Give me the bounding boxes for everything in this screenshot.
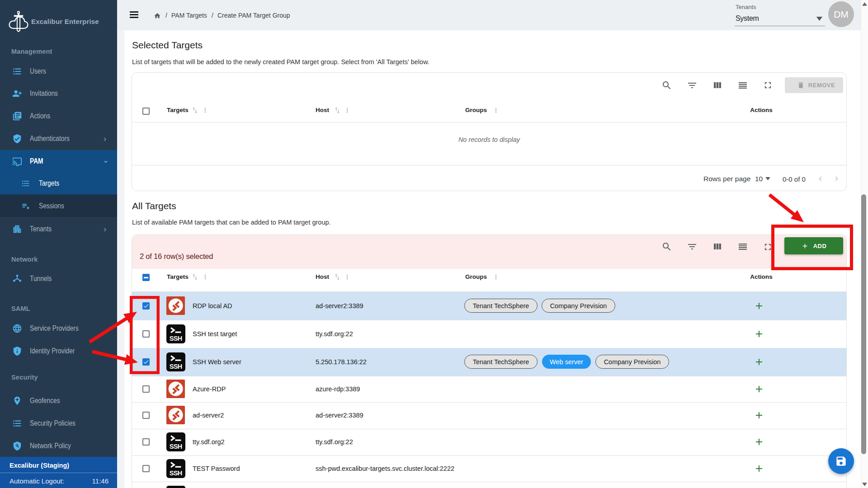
svg-text:SSH: SSH	[170, 335, 183, 342]
svg-text:SSH: SSH	[170, 363, 183, 370]
svg-text:SSH: SSH	[170, 443, 183, 450]
svg-text:SSH: SSH	[170, 469, 183, 477]
